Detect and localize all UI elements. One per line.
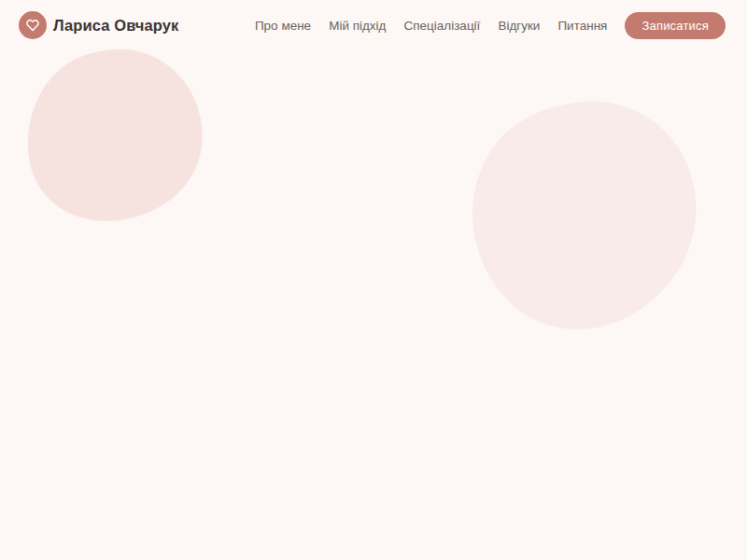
site-header: Лариса Овчарук Про мене Мій підхід Спеці… xyxy=(0,0,747,50)
cta-book-button[interactable]: Записатися xyxy=(625,12,726,39)
brand-logo[interactable]: Лариса Овчарук xyxy=(19,11,178,39)
nav-link-specializations[interactable]: Спеціалізації xyxy=(404,19,481,33)
nav-link-approach[interactable]: Мій підхід xyxy=(329,19,386,33)
brand-name: Лариса Овчарук xyxy=(53,17,178,35)
brand-logo-circle xyxy=(19,11,47,39)
nav-link-about[interactable]: Про мене xyxy=(255,19,311,33)
decorative-blob-left xyxy=(24,49,204,226)
nav-link-questions[interactable]: Питання xyxy=(557,19,607,33)
landing-page: Лариса Овчарук Про мене Мій підхід Спеці… xyxy=(0,0,747,560)
heart-icon xyxy=(26,19,39,32)
main-nav: Про мене Мій підхід Спеціалізації Відгук… xyxy=(255,19,608,33)
nav-link-reviews[interactable]: Відгуки xyxy=(498,19,540,33)
decorative-blob-right xyxy=(459,100,698,336)
